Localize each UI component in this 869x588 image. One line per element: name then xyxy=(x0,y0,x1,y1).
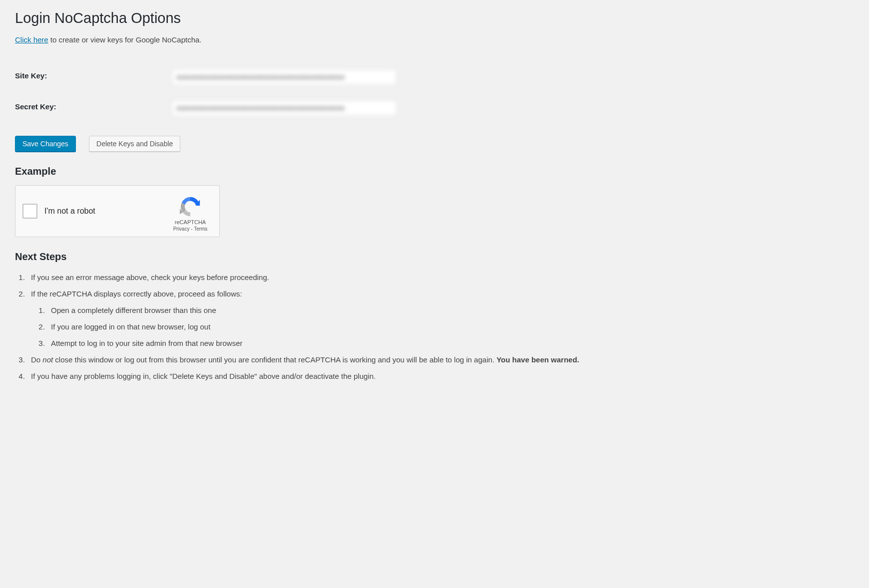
list-item: If you are logged in on that new browser… xyxy=(47,320,854,333)
create-keys-link[interactable]: Click here xyxy=(15,35,48,44)
delete-keys-button[interactable]: Delete Keys and Disable xyxy=(89,136,180,152)
recaptcha-label: I'm not a robot xyxy=(44,207,168,216)
recaptcha-checkbox[interactable] xyxy=(22,204,37,219)
recaptcha-logo-icon xyxy=(179,195,202,218)
example-heading: Example xyxy=(15,166,854,177)
site-key-label: Site Key: xyxy=(15,61,167,92)
list-item: Do not close this window or log out from… xyxy=(27,353,854,366)
list-item: If you see an error message above, check… xyxy=(27,271,854,284)
recaptcha-widget: I'm not a robot reCAPTCHA Privacy - Term… xyxy=(15,185,220,237)
intro-text: Click here to create or view keys for Go… xyxy=(15,35,854,44)
secret-key-label: Secret Key: xyxy=(15,92,167,123)
recaptcha-privacy-link[interactable]: Privacy xyxy=(173,226,190,232)
recaptcha-brand: reCAPTCHA xyxy=(168,219,212,225)
secret-key-input[interactable] xyxy=(172,100,397,116)
save-button[interactable]: Save Changes xyxy=(15,136,76,152)
list-item: Attempt to log in to your site admin fro… xyxy=(47,336,854,350)
intro-rest: to create or view keys for Google NoCapt… xyxy=(48,35,202,44)
next-steps-heading: Next Steps xyxy=(15,251,854,263)
list-item: If the reCAPTCHA displays correctly abov… xyxy=(27,287,854,350)
list-item: If you have any problems logging in, cli… xyxy=(27,369,854,383)
recaptcha-terms-link[interactable]: Terms xyxy=(194,226,207,232)
list-item: Open a completely different browser than… xyxy=(47,303,854,317)
next-steps-list: If you see an error message above, check… xyxy=(15,271,854,383)
site-key-input[interactable] xyxy=(172,69,397,85)
page-title: Login NoCaptcha Options xyxy=(15,10,854,26)
